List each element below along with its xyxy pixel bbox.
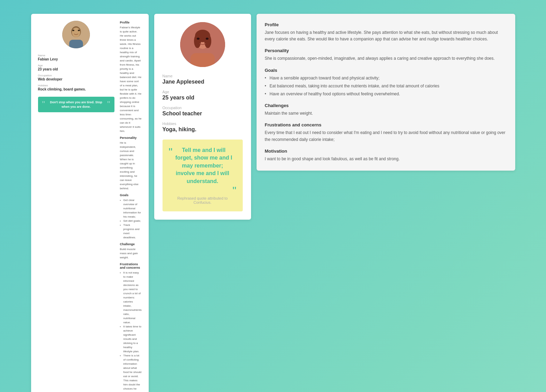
fabian-age-label: Age [38, 64, 43, 67]
fabian-name-value: Fabian Levy [38, 57, 58, 61]
jane-goal-2: Eat balanced meals, taking into account … [265, 83, 507, 89]
jane-quote-box: " Tell me and I will forget, show me and… [163, 140, 243, 211]
jane-personality-text: She is compassionate, open-minded, imagi… [265, 55, 507, 62]
svg-point-19 [194, 34, 201, 48]
fabian-quote-text: Don't stop when you are tired. Stop when… [42, 100, 110, 109]
fabian-goal-1: Get clear overview of nutritional inform… [120, 198, 142, 219]
jane-details-card: Profile Jane focuses on having a healthy… [257, 14, 515, 171]
jane-motivation-text: I want to be in good shape and look fabu… [265, 156, 507, 162]
fabian-age-value: 23 years old [38, 67, 58, 71]
jane-personality-title: Personality [265, 48, 507, 53]
fabian-occupation-value: Web developer [38, 77, 63, 81]
fabian-goal-3: Track progress and meet deadlines. [120, 223, 142, 240]
fabian-goals-list: Get clear overview of nutritional inform… [120, 198, 142, 240]
jane-quote-text: Tell me and I will forget, show me and I… [169, 146, 237, 185]
fabian-hobbies-value: Rock climbing, board games. [38, 87, 86, 91]
jane-occupation-label: Occupation [163, 106, 243, 110]
fabian-goal-2: Set diet goals; [120, 219, 142, 223]
fabian-hobbies-label: Hobbies [38, 84, 48, 87]
fabian-personality-text: He is independent, curious and passionat… [120, 141, 142, 191]
fabian-name-label: Name [38, 54, 45, 57]
fabian-goals-title: Goals [120, 193, 142, 197]
fabian-quote-mark-right: " [107, 100, 110, 108]
jane-goal-3: Have an overview of healthy food options… [265, 91, 507, 97]
fabian-frustrations-list: It is not easy to make informed decision… [120, 271, 142, 392]
svg-point-22 [197, 38, 200, 40]
fabian-profile-text: Fabian's lifestyle is quite active. He w… [120, 26, 142, 133]
fabian-challenge-text: Build muscle mass and gain weight. [120, 247, 142, 260]
jane-goals-title: Goals [265, 68, 507, 73]
svg-rect-3 [69, 40, 83, 48]
left-column: Name Fabian Levy Age 23 years old Occupa… [31, 14, 149, 392]
fabian-personality-title: Personality [120, 136, 142, 140]
jane-age-value: 25 years old [163, 95, 243, 101]
jane-hobbies-label: Hobbies [163, 122, 243, 126]
fabian-frustration-2: It takes time to achieve significant res… [120, 325, 142, 354]
jane-frustrations-text: Every time that I eat out I need to cons… [265, 130, 507, 143]
jane-hobbies-value: Yoga, hiking. [163, 126, 243, 133]
svg-point-4 [72, 30, 74, 31]
jane-profile-text: Jane focuses on having a healthy and act… [265, 29, 507, 42]
svg-point-20 [204, 34, 211, 48]
page-container: Name Fabian Levy Age 23 years old Occupa… [31, 14, 515, 392]
fabian-occupation-label: Occupation [38, 74, 52, 77]
fabian-card: Name Fabian Levy Age 23 years old Occupa… [31, 14, 149, 392]
jane-quote-mark-left: " [169, 146, 173, 157]
jane-challenges-text: Maintain the same weight. [265, 110, 507, 117]
fabian-frustrations-title: Frustrations and concerns [120, 262, 142, 269]
jane-challenges-title: Challenges [265, 103, 507, 108]
jane-profile-card: Name Jane Appleseed Age 25 years old Occ… [154, 14, 251, 220]
svg-point-23 [206, 38, 209, 40]
jane-avatar [180, 22, 225, 67]
fabian-left-panel: Name Fabian Levy Age 23 years old Occupa… [38, 21, 114, 392]
fabian-quote-box: " " Don't stop when you are tired. Stop … [38, 97, 114, 112]
fabian-frustration-3: There is a lot of conflicting informatio… [120, 354, 142, 392]
jane-name-label: Name [163, 74, 243, 78]
jane-motivation-title: Motivation [265, 149, 507, 154]
jane-frustrations-title: Frustrations and concerns [265, 122, 507, 127]
jane-quote-mark-right: " [232, 185, 236, 196]
right-column: Profile Jane focuses on having a healthy… [257, 14, 515, 171]
jane-quote-attribution: Rephrased quote attributed to Confucius. [169, 196, 237, 204]
fabian-avatar [62, 21, 90, 48]
fabian-quote-mark-left: " [42, 100, 45, 108]
jane-occupation-value: School teacher [163, 111, 243, 117]
fabian-right-panel: Profile Fabian's lifestyle is quite acti… [120, 21, 142, 392]
jane-age-label: Age [163, 90, 243, 94]
middle-column: Name Jane Appleseed Age 25 years old Occ… [154, 14, 251, 220]
svg-point-5 [78, 30, 80, 31]
fabian-challenge-title: Challenge [120, 242, 142, 246]
svg-point-2 [72, 28, 80, 37]
jane-profile-title: Profile [265, 22, 507, 27]
fabian-frustration-1: It is not easy to make informed decision… [120, 271, 142, 325]
jane-goal-1: Have a sensible approach toward food and… [265, 75, 507, 82]
fabian-profile-title: Profile [120, 21, 142, 24]
jane-goals-list: Have a sensible approach toward food and… [265, 75, 507, 98]
svg-rect-21 [191, 53, 215, 67]
jane-name-value: Jane Appleseed [163, 79, 243, 85]
